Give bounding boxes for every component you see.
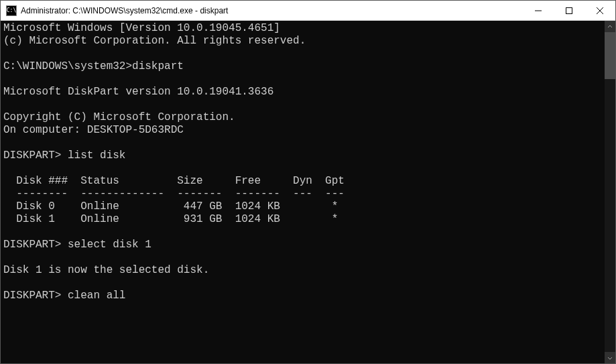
svg-rect-1	[566, 7, 572, 13]
close-icon	[597, 7, 603, 14]
scrollbar-vertical[interactable]	[605, 21, 615, 363]
titlebar-buttons	[523, 1, 615, 20]
minimize-icon	[535, 7, 542, 14]
console-output[interactable]: Microsoft Windows [Version 10.0.19045.46…	[1, 21, 605, 363]
maximize-button[interactable]	[554, 1, 584, 20]
scrollbar-track[interactable]	[605, 32, 615, 352]
minimize-button[interactable]	[523, 1, 554, 20]
window: C:\ Administrator: C:\WINDOWS\system32\c…	[0, 0, 616, 364]
close-button[interactable]	[584, 1, 615, 20]
titlebar[interactable]: C:\ Administrator: C:\WINDOWS\system32\c…	[1, 1, 615, 21]
client-area: Microsoft Windows [Version 10.0.19045.46…	[1, 21, 615, 363]
scrollbar-thumb[interactable]	[605, 32, 615, 79]
scroll-down-button[interactable]	[605, 352, 615, 363]
maximize-icon	[566, 7, 572, 14]
chevron-down-icon	[607, 355, 613, 361]
cmd-icon: C:\	[6, 5, 17, 16]
scroll-up-button[interactable]	[605, 21, 615, 32]
window-title: Administrator: C:\WINDOWS\system32\cmd.e…	[21, 6, 228, 15]
chevron-up-icon	[607, 24, 613, 29]
